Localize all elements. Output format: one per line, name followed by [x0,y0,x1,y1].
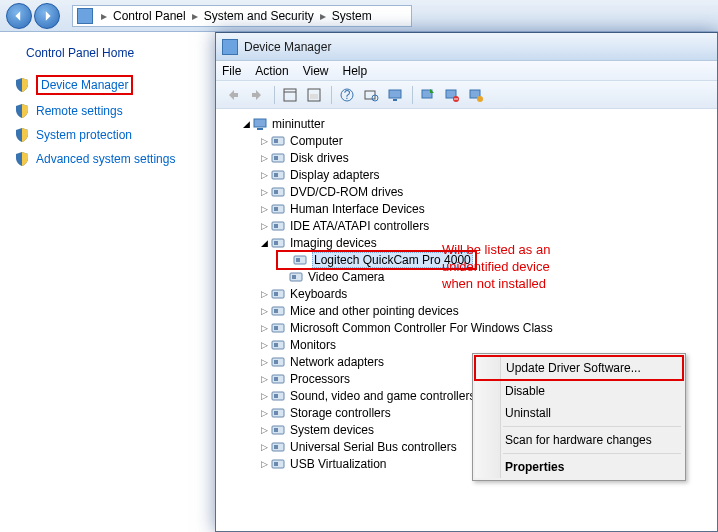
tree-node[interactable]: ▷Computer [224,132,717,149]
tree-node[interactable]: ▷Mice and other pointing devices [224,302,717,319]
tree-node[interactable]: ▷Monitors [224,336,717,353]
tb-disable-icon[interactable] [465,84,487,106]
context-menu-item[interactable]: Properties [475,456,683,478]
expand-arrow-icon[interactable]: ▷ [258,391,270,401]
device-icon [288,269,304,285]
tree-node[interactable]: ▷Microsoft Common Controller For Windows… [224,319,717,336]
sidebar-link[interactable]: System protection [36,128,132,142]
expand-arrow-icon[interactable]: ▷ [258,289,270,299]
svg-rect-45 [274,360,278,364]
window-title: Device Manager [244,40,331,54]
back-button[interactable] [6,3,32,29]
menu-view[interactable]: View [303,64,329,78]
location-icon [77,8,93,24]
expand-arrow-icon[interactable]: ▷ [258,221,270,231]
expand-arrow-icon[interactable]: ▷ [258,357,270,367]
address-bar[interactable]: ▸ Control Panel ▸ System and Security ▸ … [72,5,412,27]
tree-node-label: Display adapters [290,168,379,182]
menu-action[interactable]: Action [255,64,288,78]
expand-arrow-icon[interactable]: ▷ [258,306,270,316]
breadcrumb-item[interactable]: System and Security [202,9,316,23]
expand-arrow-icon[interactable]: ◢ [258,238,270,248]
device-tree[interactable]: ◢ mininutter ▷Computer▷Disk drives▷Displ… [216,109,717,531]
sidebar-item[interactable]: Remote settings [14,100,207,122]
expand-arrow-icon[interactable]: ▷ [258,459,270,469]
expand-arrow-icon[interactable]: ▷ [258,204,270,214]
device-icon [270,303,286,319]
window-titlebar: Device Manager [216,33,717,61]
svg-rect-33 [296,258,300,262]
tb-fwd-icon[interactable] [246,84,268,106]
device-manager-window: Device Manager File Action View Help ? ◢ [215,32,718,532]
breadcrumb-item[interactable]: Control Panel [111,9,188,23]
tree-node[interactable]: ▷Display adapters [224,166,717,183]
context-menu-separator [503,426,681,427]
sidebar-link[interactable]: Advanced system settings [36,152,175,166]
tb-update-icon[interactable] [417,84,439,106]
explorer-navbar: ▸ Control Panel ▸ System and Security ▸ … [0,0,718,32]
tree-node[interactable]: ▷DVD/CD-ROM drives [224,183,717,200]
context-menu-item[interactable]: Update Driver Software... [474,355,684,381]
svg-rect-9 [393,99,397,101]
context-menu-separator [503,453,681,454]
sidebar-item[interactable]: System protection [14,124,207,146]
cp-home-link[interactable]: Control Panel Home [26,46,207,60]
menu-file[interactable]: File [222,64,241,78]
tree-node-label: Imaging devices [290,236,377,250]
context-menu-item[interactable]: Disable [475,380,683,402]
tree-node-label: Network adapters [290,355,384,369]
tree-node-label: System devices [290,423,374,437]
tree-root[interactable]: ◢ mininutter [224,115,717,132]
tree-node-label: Computer [290,134,343,148]
tb-uninstall-icon[interactable] [441,84,463,106]
svg-rect-39 [274,309,278,313]
expand-arrow-icon[interactable]: ▷ [258,153,270,163]
svg-rect-37 [274,292,278,296]
expand-arrow-icon[interactable]: ▷ [258,340,270,350]
context-menu: Update Driver Software...DisableUninstal… [472,353,686,481]
tb-prop-icon[interactable] [279,84,301,106]
svg-rect-21 [274,156,278,160]
tb-monitor-icon[interactable] [384,84,406,106]
expand-arrow-icon[interactable]: ▷ [258,323,270,333]
tree-node-label: Monitors [290,338,336,352]
menu-help[interactable]: Help [343,64,368,78]
expand-arrow-icon[interactable]: ▷ [258,170,270,180]
sidebar-link[interactable]: Device Manager [36,75,133,95]
expand-arrow-icon[interactable]: ▷ [258,442,270,452]
context-menu-item[interactable]: Uninstall [475,402,683,424]
device-icon [270,150,286,166]
breadcrumb-sep: ▸ [188,9,202,23]
sidebar-item[interactable]: Device Manager [14,72,207,98]
tb-help-icon[interactable]: ? [336,84,358,106]
breadcrumb-item[interactable]: System [330,9,374,23]
expand-arrow-icon[interactable]: ▷ [258,136,270,146]
tb-scan-icon[interactable] [360,84,382,106]
expand-arrow-icon[interactable]: ◢ [240,119,252,129]
tree-node[interactable]: ▷IDE ATA/ATAPI controllers [224,217,717,234]
tree-node[interactable]: ▷Human Interface Devices [224,200,717,217]
context-menu-item[interactable]: Scan for hardware changes [475,429,683,451]
menu-bar: File Action View Help [216,61,717,81]
svg-rect-51 [274,411,278,415]
shield-icon [14,151,30,167]
tb-prop2-icon[interactable] [303,84,325,106]
device-icon [270,422,286,438]
tree-node-label: Disk drives [290,151,349,165]
annotation-text: Will be listed as anunidentified devicew… [442,241,550,292]
breadcrumb-sep: ▸ [97,9,111,23]
tb-back-icon[interactable] [222,84,244,106]
computer-icon [252,116,268,132]
expand-arrow-icon[interactable]: ▷ [258,425,270,435]
expand-arrow-icon[interactable]: ▷ [258,408,270,418]
forward-button[interactable] [34,3,60,29]
device-manager-icon [222,39,238,55]
svg-rect-41 [274,326,278,330]
sidebar-link[interactable]: Remote settings [36,104,123,118]
expand-arrow-icon[interactable]: ▷ [258,374,270,384]
svg-rect-31 [274,241,278,245]
tree-node[interactable]: ▷Disk drives [224,149,717,166]
device-icon [270,133,286,149]
sidebar-item[interactable]: Advanced system settings [14,148,207,170]
expand-arrow-icon[interactable]: ▷ [258,187,270,197]
